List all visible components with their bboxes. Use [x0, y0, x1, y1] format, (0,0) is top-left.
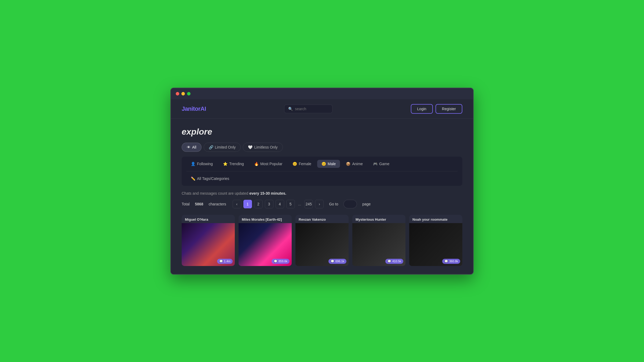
register-button[interactable]: Register [436, 104, 462, 114]
cat-tab-female[interactable]: 😊 Female [288, 160, 316, 168]
goto-input[interactable] [343, 200, 357, 208]
filter-tab-all[interactable]: 👁 All [182, 143, 202, 152]
category-divider [186, 171, 458, 171]
page-title: explore [182, 127, 462, 137]
pencil-icon: ✏️ [191, 176, 195, 181]
character-card-2[interactable]: Revzan Vakenzo 💬 696.1k [295, 215, 349, 266]
filter-limited-label: Limited Only [215, 145, 236, 149]
pagination-last-page[interactable]: 245 [304, 200, 313, 208]
trending-label: Trending [229, 162, 244, 166]
pagination-page-3[interactable]: 3 [265, 200, 273, 208]
chat-icon-0: 💬 [219, 260, 223, 263]
total-label: Total [182, 202, 190, 206]
window-dot-green[interactable] [187, 92, 191, 95]
card-name-3: Mysterious Hunter [352, 215, 405, 223]
chat-icon-2: 💬 [331, 260, 334, 263]
eye-icon: 👁 [187, 145, 191, 149]
pagination-prev[interactable]: ‹ [233, 200, 241, 208]
anime-icon: 📦 [346, 162, 350, 166]
most-popular-label: Most Popular [260, 162, 282, 166]
following-label: Following [197, 162, 213, 166]
cat-tab-all-tags[interactable]: ✏️ All Tags/Categories [186, 175, 233, 183]
chat-icon-1: 💬 [274, 260, 277, 263]
pagination-next[interactable]: › [315, 200, 324, 208]
app-content: JanitorAI 🔍 Login Register explore 👁 All [171, 99, 473, 274]
total-suffix: characters [209, 202, 226, 206]
card-name-0: Miguel O'Hara [182, 215, 235, 223]
window-dot-red[interactable] [176, 92, 179, 95]
star-icon: ⭐ [223, 162, 228, 166]
game-icon: 🎮 [373, 162, 378, 166]
link-icon: 🔗 [209, 145, 213, 149]
male-label: Male [328, 162, 336, 166]
chat-icon-4: 💬 [444, 260, 448, 263]
card-name-4: Noah your roommate [409, 215, 462, 223]
character-card-3[interactable]: Mysterious Hunter 💬 410.5k [352, 215, 405, 266]
male-icon: 😊 [321, 162, 326, 166]
search-input[interactable] [295, 107, 328, 111]
fire-icon: 🔥 [254, 162, 259, 166]
pagination-dots: ... [297, 202, 302, 206]
cards-row: Miguel O'Hara 💬 1.4m Miles Morales [Eart… [182, 215, 462, 266]
following-icon: 👤 [191, 162, 195, 166]
anime-label: Anime [352, 162, 363, 166]
card-badge-2: 💬 696.1k [328, 259, 346, 264]
browser-window: JanitorAI 🔍 Login Register explore 👁 All [170, 88, 474, 275]
badge-count-2: 696.1k [335, 260, 344, 263]
pagination-page-1[interactable]: 1 [243, 200, 252, 208]
info-text: Chats and messages count are updated eve… [182, 191, 462, 195]
chat-icon-3: 💬 [387, 260, 391, 263]
total-count: 5868 [195, 202, 203, 206]
filter-tabs: 👁 All 🔗 Limited Only 🤍 Limitless Only [182, 143, 462, 152]
card-name-1: Miles Morales [Earth-42] [239, 215, 292, 223]
header: JanitorAI 🔍 Login Register [171, 99, 473, 119]
window-dot-yellow[interactable] [181, 92, 185, 95]
character-card-1[interactable]: Miles Morales [Earth-42] 💬 859.6k [239, 215, 292, 266]
info-text-bold: every 15-30 minutes. [249, 191, 286, 195]
search-bar[interactable]: 🔍 [284, 105, 332, 113]
badge-count-0: 1.4m [224, 260, 230, 263]
cat-tab-following[interactable]: 👤 Following [186, 160, 217, 168]
main-content: explore 👁 All 🔗 Limited Only 🤍 Limitless… [171, 119, 473, 274]
page-suffix-label: page [362, 202, 371, 206]
pagination-page-5[interactable]: 5 [286, 200, 295, 208]
female-label: Female [299, 162, 311, 166]
logo: JanitorAI [182, 105, 206, 112]
badge-count-4: 360.8k [449, 260, 458, 263]
all-tags-label: All Tags/Categories [197, 176, 229, 181]
info-text-before: Chats and messages count are updated [182, 191, 249, 195]
filter-all-label: All [192, 145, 196, 149]
category-bar: 👤 Following ⭐ Trending 🔥 Most Popular 😊 … [182, 157, 462, 186]
card-name-2: Revzan Vakenzo [295, 215, 349, 223]
header-buttons: Login Register [411, 104, 462, 114]
card-badge-0: 💬 1.4m [217, 259, 233, 264]
cat-tab-most-popular[interactable]: 🔥 Most Popular [250, 160, 287, 168]
search-icon: 🔍 [288, 107, 293, 111]
title-bar [171, 88, 473, 99]
game-label: Game [379, 162, 389, 166]
badge-count-3: 410.5k [392, 260, 401, 263]
heart-icon: 🤍 [248, 145, 253, 149]
cat-tab-game[interactable]: 🎮 Game [369, 160, 394, 168]
character-card-4[interactable]: Noah your roommate 💬 360.8k [409, 215, 462, 266]
cat-tab-trending[interactable]: ⭐ Trending [219, 160, 248, 168]
card-badge-1: 💬 859.6k [272, 259, 290, 264]
pagination-page-2[interactable]: 2 [254, 200, 263, 208]
filter-limitless-label: Limitless Only [254, 145, 277, 149]
character-card-0[interactable]: Miguel O'Hara 💬 1.4m [182, 215, 235, 266]
goto-label: Go to [329, 202, 338, 206]
cat-tab-male[interactable]: 😊 Male [317, 160, 340, 168]
pagination: Total 5868 characters ‹ 1 2 3 4 5 ... 24… [182, 200, 462, 208]
female-icon: 😊 [292, 162, 297, 166]
login-button[interactable]: Login [411, 104, 433, 114]
cat-tab-anime[interactable]: 📦 Anime [342, 160, 367, 168]
filter-tab-limitless[interactable]: 🤍 Limitless Only [243, 143, 283, 152]
card-badge-3: 💬 410.5k [385, 259, 403, 264]
pagination-page-4[interactable]: 4 [276, 200, 284, 208]
card-badge-4: 💬 360.8k [442, 259, 460, 264]
filter-tab-limited[interactable]: 🔗 Limited Only [204, 143, 241, 152]
badge-count-1: 859.6k [279, 260, 287, 263]
